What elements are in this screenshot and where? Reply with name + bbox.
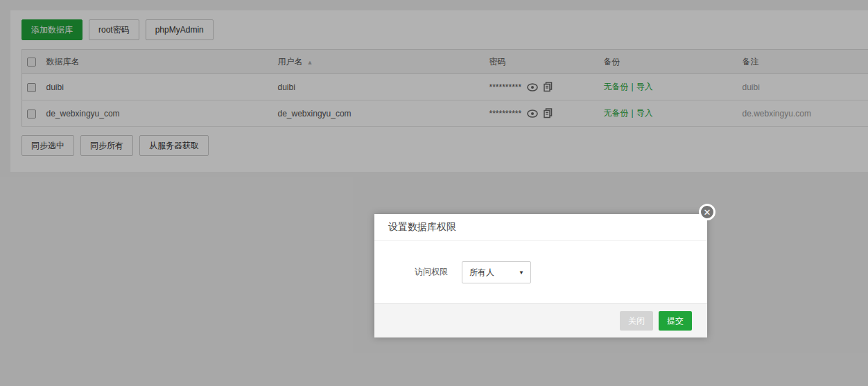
modal-header: 设置数据库权限 [374,214,707,241]
close-icon[interactable]: ✕ [699,204,715,220]
set-permission-modal: ✕ 设置数据库权限 访问权限 所有人 ▼ 关闭 提交 [374,214,707,337]
modal-body: 访问权限 所有人 ▼ [374,241,707,303]
modal-footer: 关闭 提交 [374,303,707,337]
modal-submit-button[interactable]: 提交 [659,311,692,331]
access-permission-label: 访问权限 [415,266,448,278]
access-permission-select-wrap: 所有人 ▼ [462,261,531,283]
access-permission-select[interactable]: 所有人 [462,261,531,283]
modal-title: 设置数据库权限 [388,221,456,234]
modal-close-button[interactable]: 关闭 [620,311,653,331]
